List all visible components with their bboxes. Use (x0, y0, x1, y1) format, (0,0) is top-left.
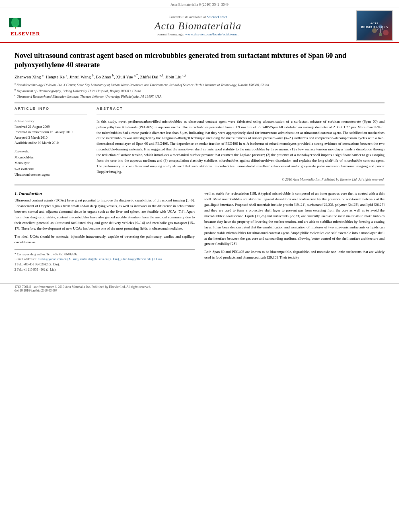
authors-line: Zhanwen Xing a, Hengte Ke a, Jinrui Wang… (14, 73, 385, 80)
footnote-emails: E-mail addresses: xiulix@yahoo.com.cn (X… (14, 257, 195, 262)
footnote-note2: 2 Tel.: +1 215 955 4862 (J. Liu). (14, 267, 195, 273)
svg-point-7 (383, 30, 389, 35)
affiliation-b: b Department of Ultrasonography, Peking … (14, 88, 385, 94)
affiliation-a: a Nanobiotechnology Division, Bio-X Cent… (14, 82, 385, 88)
footnote-corresponding: * Corresponding author. Tel.: +86 451 86… (14, 252, 195, 257)
body-content: 1. Introduction Ultrasound contrast agen… (14, 191, 385, 273)
journal-banner: ELSEVIER Contents lists available at Sci… (0, 9, 399, 42)
keyword-2: Monolayer (14, 160, 87, 166)
keyword-3: π–A isotherms (14, 166, 87, 172)
sciencedirect-link[interactable]: ScienceDirect (207, 15, 227, 19)
svg-point-5 (372, 28, 377, 33)
affiliation-c: c Ultrasound Research and Education Inst… (14, 93, 385, 99)
keywords-list: Microbubbles Monolayer π–A isotherms Ult… (14, 154, 87, 178)
abstract-divider (97, 115, 385, 115)
received-revised-date: Received in revised form 15 January 2010 (14, 129, 87, 135)
affiliations: a Nanobiotechnology Division, Bio-X Cent… (14, 82, 385, 99)
article-info-column: Article Info Article history: Received 2… (14, 107, 87, 181)
copyright-text: © 2010 Acta Materialia Inc. Published by… (97, 177, 385, 181)
intro-para-2: The ideal UCAs should be nontoxic, injec… (14, 234, 195, 245)
accepted-date: Accepted 3 March 2010 (14, 135, 87, 141)
footnotes-area: * Corresponding author. Tel.: +86 451 86… (14, 249, 195, 273)
body-right-column: well as stable for recirculation [18]. A… (204, 191, 385, 273)
page-footer: 1742-7061/$ - see front matter © 2010 Ac… (0, 283, 399, 292)
page-wrapper: Acta Biomaterialia 6 (2010) 3542–3549 EL… (0, 0, 399, 292)
history-label: Article history: (14, 119, 87, 123)
introduction-two-col: 1. Introduction Ultrasound contrast agen… (14, 191, 385, 273)
article-info-label: Article Info (14, 107, 87, 111)
elsevier-logo-svg (9, 14, 41, 31)
elsevier-brand-text: ELSEVIER (10, 31, 40, 37)
keyword-4: Ultrasound contrast agent (14, 172, 87, 177)
email-links[interactable]: xiulix@yahoo.com.cn (X. Yue), zhifei.dai… (38, 257, 162, 261)
journal-title-center: Contents lists available at ScienceDirec… (47, 15, 348, 36)
molecule-decoration (370, 23, 391, 39)
citation-text: Acta Biomaterialia 6 (2010) 3542–3549 (171, 2, 228, 6)
svg-line-8 (377, 28, 378, 31)
journal-name-title: Acta Biomaterialia (47, 20, 348, 32)
intro-right-para-2: Both Span 60 and PEG40S are known to be … (204, 249, 385, 261)
abstract-label: Abstract (97, 107, 385, 111)
contents-list-text: Contents lists available at ScienceDirec… (47, 15, 348, 19)
journal-homepage: journal homepage: www.elsevier.com/locat… (47, 32, 348, 36)
received-date: Received 21 August 2009 (14, 124, 87, 130)
footer-issn-line: 1742-7061/$ - see front matter © 2010 Ac… (14, 285, 151, 289)
history-block: Article history: Received 21 August 2009… (14, 119, 87, 146)
footnote-note1: 1 Tel.: +86 451 86402692 (Z. Dai). (14, 262, 195, 267)
info-divider (14, 115, 87, 115)
acta-biomaterialia-logo: ACTA BIOMATERIALIA (356, 10, 393, 41)
keywords-label: Keywords: (14, 149, 87, 153)
abstract-column: Abstract In this study, novel perfluoroc… (97, 107, 385, 181)
svg-point-6 (378, 25, 383, 29)
journal-logo-right: ACTA BIOMATERIALIA (348, 10, 393, 41)
footer-issn-doi: 1742-7061/$ - see front matter © 2010 Ac… (14, 285, 151, 292)
intro-right-para-1: well as stable for recirculation [18]. A… (204, 191, 385, 247)
info-abstract-section: Article Info Article history: Received 2… (14, 107, 385, 181)
content-area: Novel ultrasound contrast agent based on… (0, 43, 399, 277)
footer-doi-line: doi:10.1016/j.actbio.2010.03.007 (14, 289, 151, 292)
available-date: Available online 10 March 2010 (14, 140, 87, 146)
keywords-block: Keywords: Microbubbles Monolayer π–A iso… (14, 149, 87, 178)
keyword-1: Microbubbles (14, 154, 87, 160)
intro-para-1: Ultrasound contrast agents (UCAs) have g… (14, 198, 195, 232)
intro-heading: 1. Introduction (14, 191, 195, 196)
journal-header: Acta Biomaterialia 6 (2010) 3542–3549 EL… (0, 0, 399, 43)
elsevier-logo: ELSEVIER (3, 14, 47, 37)
citation-header: Acta Biomaterialia 6 (2010) 3542–3549 (0, 2, 399, 8)
svg-point-4 (12, 18, 19, 26)
thick-divider (14, 103, 385, 103)
svg-point-10 (379, 33, 382, 36)
body-divider (14, 185, 385, 185)
article-title: Novel ultrasound contrast agent based on… (14, 51, 385, 70)
journal-homepage-link[interactable]: www.elsevier.com/locate/actabiomat (185, 32, 239, 36)
body-left-column: 1. Introduction Ultrasound contrast agen… (14, 191, 195, 273)
abstract-text: In this study, novel perfluorocarbon-fil… (97, 119, 385, 175)
svg-line-9 (383, 28, 383, 30)
